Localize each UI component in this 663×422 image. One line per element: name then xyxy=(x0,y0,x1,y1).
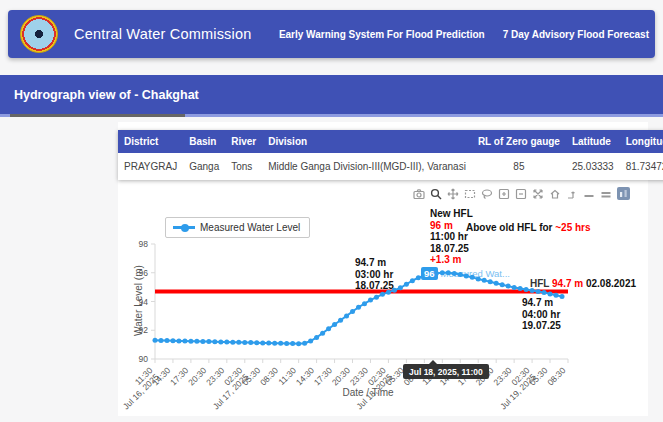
lasso-select-icon[interactable] xyxy=(481,188,493,200)
header-nav: Early Warning System For Flood Predictio… xyxy=(279,29,655,40)
svg-text:20:30: 20:30 xyxy=(330,365,352,387)
plotly-logo-icon[interactable] xyxy=(617,187,630,200)
cell-river: Tons xyxy=(225,153,262,180)
autoscale-icon[interactable] xyxy=(532,188,544,200)
hydrograph-chart: 909294969811:30Jul 16, 202514:3017:3020:… xyxy=(118,181,648,417)
x-axis-tooltip: Jul 18, 2025, 11:00 xyxy=(403,364,489,379)
col-district: District xyxy=(118,130,183,153)
scrollbar-thumb[interactable] xyxy=(10,114,185,117)
svg-text:11:30: 11:30 xyxy=(276,365,298,387)
svg-text:14:30: 14:30 xyxy=(150,365,172,387)
page-title: Hydrograph view of - Chakghat xyxy=(0,75,663,102)
svg-text:11:30Jul 16, 2025: 11:30Jul 16, 2025 xyxy=(118,365,161,411)
col-river: River xyxy=(225,130,262,153)
svg-text:14:30: 14:30 xyxy=(294,365,316,387)
svg-text:05:30: 05:30 xyxy=(527,365,549,387)
zoom-in-icon[interactable] xyxy=(498,188,510,200)
svg-text:08:30: 08:30 xyxy=(258,365,280,387)
station-info-table: District Basin River Division RL of Zero… xyxy=(118,130,663,180)
svg-text:23:30: 23:30 xyxy=(348,365,370,387)
zoom-out-icon[interactable] xyxy=(515,188,527,200)
cell-basin: Ganga xyxy=(183,153,225,180)
reset-axes-icon[interactable] xyxy=(549,188,561,200)
col-division: Division xyxy=(262,130,472,153)
cell-latitude: 25.03333 xyxy=(566,153,620,180)
hydrograph-subheader: Hydrograph view of - Chakghat xyxy=(0,75,663,117)
legend-label: Measured Water Level xyxy=(200,222,300,233)
content-card: District Basin River Division RL of Zero… xyxy=(118,122,648,416)
col-latitude: Latitude xyxy=(566,130,620,153)
box-select-icon[interactable] xyxy=(464,188,476,200)
cell-rl-zero-gauge: 85 xyxy=(472,153,566,180)
svg-text:23:30: 23:30 xyxy=(491,365,513,387)
y-axis-title: Water Level (m) xyxy=(133,241,144,361)
table-row: PRAYGRAJ Ganga Tons Middle Ganga Divisio… xyxy=(118,153,663,180)
annotation-fall-crossing: 94.7 m 04:00 hr 19.07.25 xyxy=(522,297,561,332)
col-rl-zero-gauge: RL of Zero gauge xyxy=(472,130,566,153)
hover-series-name: Measured Wat... xyxy=(441,268,510,279)
col-longitude: Longitude xyxy=(620,130,663,153)
compare-data-icon[interactable] xyxy=(600,188,612,200)
cell-division: Middle Ganga Division-III(MGD-III), Vara… xyxy=(262,153,472,180)
app-title: Central Water Commission xyxy=(74,26,252,42)
camera-icon[interactable] xyxy=(413,188,425,200)
svg-text:08:30: 08:30 xyxy=(545,365,567,387)
zoom-icon[interactable] xyxy=(430,188,442,200)
svg-text:05:30: 05:30 xyxy=(240,365,262,387)
annotation-hfl-line-label: HFL 94.7 m 02.08.2021 xyxy=(530,278,636,290)
annotation-new-hfl: New HFL 96 m 11:00 hr 18.07.25 +1.3 m xyxy=(430,208,473,266)
svg-text:17:30: 17:30 xyxy=(168,365,190,387)
table-header-row: District Basin River Division RL of Zero… xyxy=(118,130,663,153)
svg-text:17:30: 17:30 xyxy=(312,365,334,387)
nav-early-warning-link[interactable]: Early Warning System For Flood Predictio… xyxy=(279,29,485,40)
toggle-spikelines-icon[interactable] xyxy=(566,188,578,200)
cell-district: PRAYGRAJ xyxy=(118,153,183,180)
annotation-above-old-hfl: Above old HFL for ~25 hrs xyxy=(466,222,591,234)
annotation-rise-crossing: 94.7 m 03:00 hr 18.07.25 xyxy=(355,257,394,292)
hover-tooltip: 96 Measured Wat... xyxy=(421,267,510,280)
x-axis-title: Date / Time xyxy=(298,387,438,398)
hover-value: 96 xyxy=(421,267,438,280)
nav-7day-advisory-link[interactable]: 7 Day Advisory Flood Forecast xyxy=(503,29,649,40)
col-basin: Basin xyxy=(183,130,225,153)
svg-text:20:30: 20:30 xyxy=(186,365,208,387)
legend[interactable]: Measured Water Level xyxy=(165,217,310,238)
plotly-modebar xyxy=(413,187,630,200)
app-header: Central Water Commission Early Warning S… xyxy=(8,10,655,58)
show-closest-icon[interactable] xyxy=(583,188,595,200)
cell-longitude: 81.73472 xyxy=(620,153,663,180)
cwc-logo-icon xyxy=(20,15,58,53)
svg-text:23:30: 23:30 xyxy=(204,365,226,387)
pan-icon[interactable] xyxy=(447,188,459,200)
legend-line-marker-icon xyxy=(173,226,195,229)
